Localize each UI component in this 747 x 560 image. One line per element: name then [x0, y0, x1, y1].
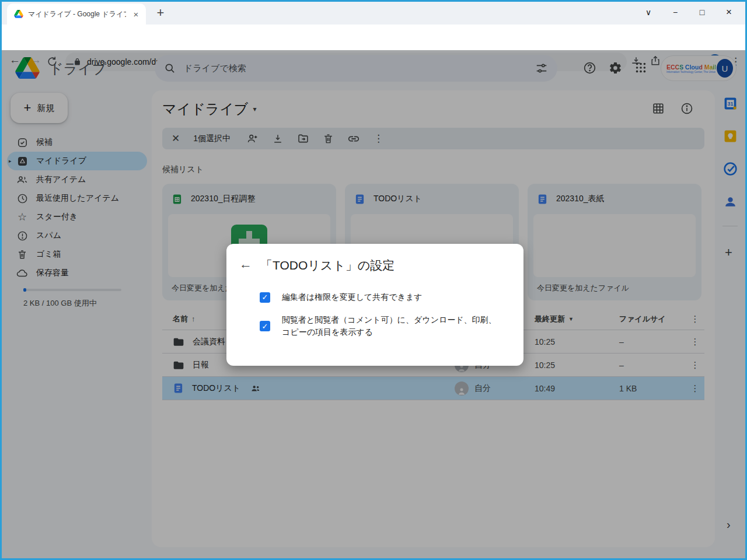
setting-option: ✓ 閲覧者と閲覧者（コメント可）に、ダウンロード、印刷、コピーの項目を表示する [260, 314, 499, 338]
screen: マイドライブ - Google ドライブ × + ∨ − □ × ← → dri… [0, 0, 747, 560]
checkbox-checked-icon[interactable]: ✓ [260, 321, 270, 331]
new-tab-button[interactable]: + [153, 6, 168, 21]
browser-toolbar: ← → drive.google.com/drive/my-drive [0, 24, 747, 50]
checkbox-label: 編集者は権限を変更して共有できます [282, 291, 423, 303]
dialog-title: 「TODOリスト」の設定 [260, 257, 395, 274]
window-minimize-button[interactable]: − [662, 0, 689, 24]
drive-favicon-icon [14, 10, 23, 18]
back-arrow-icon[interactable]: ← [239, 257, 252, 272]
tab-title: マイドライブ - Google ドライブ [28, 9, 126, 19]
tab-search-icon[interactable]: ∨ [635, 0, 662, 24]
window-close-button[interactable]: × [715, 0, 742, 24]
browser-titlebar: マイドライブ - Google ドライブ × + ∨ − □ × [0, 0, 747, 24]
checkbox-checked-icon[interactable]: ✓ [260, 292, 270, 303]
window-maximize-button[interactable]: □ [689, 0, 715, 24]
tab-close-icon[interactable]: × [131, 9, 141, 19]
settings-dialog: ← 「TODOリスト」の設定 ✓ 編集者は権限を変更して共有できます ✓ 閲覧者… [226, 244, 523, 366]
browser-tab[interactable]: マイドライブ - Google ドライブ × [7, 4, 146, 24]
checkbox-label: 閲覧者と閲覧者（コメント可）に、ダウンロード、印刷、コピーの項目を表示する [282, 314, 499, 338]
setting-option: ✓ 編集者は権限を変更して共有できます [260, 291, 423, 303]
